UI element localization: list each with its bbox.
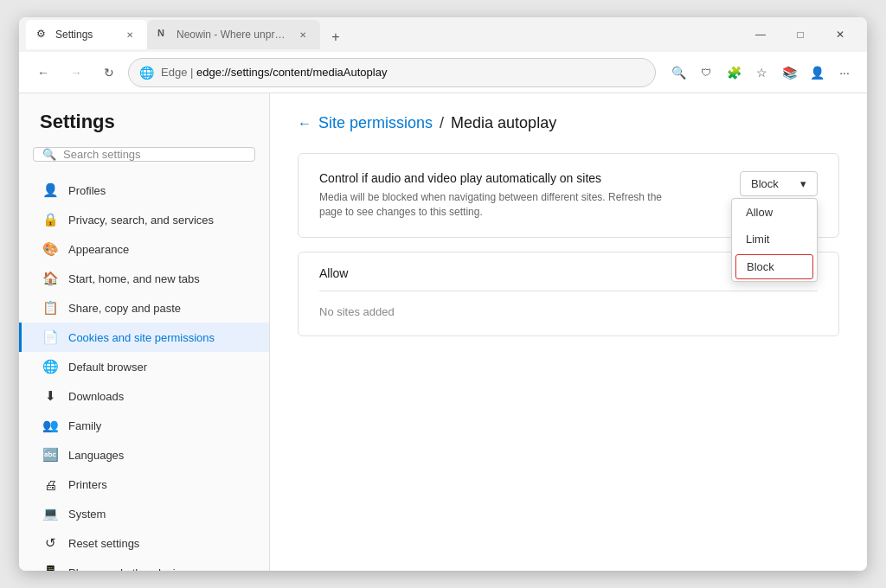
refresh-button[interactable]: ↻ bbox=[95, 59, 123, 86]
languages-icon: 🔤 bbox=[42, 447, 58, 463]
settings-card-description: Media will be blocked when navigating be… bbox=[319, 190, 683, 220]
reset-icon: ↺ bbox=[42, 535, 58, 551]
new-tab-button[interactable]: + bbox=[324, 25, 348, 49]
downloads-icon: ⬇ bbox=[42, 388, 58, 404]
tab-settings[interactable]: ⚙ Settings ✕ bbox=[26, 20, 147, 49]
no-sites-message: No sites added bbox=[319, 291, 818, 336]
search-icon: 🔍 bbox=[42, 148, 56, 161]
close-button[interactable]: ✕ bbox=[820, 20, 860, 49]
profile-icon[interactable]: 👤 bbox=[805, 61, 829, 85]
nav-bar: ← → ↻ 🌐 Edge | edge://settings/content/m… bbox=[19, 52, 867, 93]
sidebar-item-reset[interactable]: ↺ Reset settings bbox=[19, 528, 269, 558]
breadcrumb-current: Media autoplay bbox=[451, 114, 556, 132]
sidebar-item-downloads[interactable]: ⬇ Downloads bbox=[19, 381, 269, 411]
printers-label: Printers bbox=[68, 478, 107, 491]
family-label: Family bbox=[68, 419, 101, 432]
neowin-tab-close[interactable]: ✕ bbox=[296, 28, 310, 42]
appearance-icon: 🎨 bbox=[42, 241, 58, 257]
title-bar: ⚙ Settings ✕ N Neowin - Where unprofessi… bbox=[19, 17, 867, 52]
tab-neowin[interactable]: N Neowin - Where unprofessional ✕ bbox=[147, 20, 320, 49]
dropdown-option-limit[interactable]: Limit bbox=[732, 226, 817, 252]
sidebar-item-privacy[interactable]: 🔒 Privacy, search, and services bbox=[19, 205, 269, 234]
dropdown-selected-value: Block bbox=[751, 177, 779, 190]
back-button[interactable]: ← bbox=[29, 59, 57, 86]
start-home-icon: 🏠 bbox=[42, 271, 58, 286]
address-bar[interactable]: 🌐 Edge | edge://settings/content/mediaAu… bbox=[128, 58, 656, 87]
collections-icon[interactable]: 📚 bbox=[777, 61, 801, 85]
sidebar-item-languages[interactable]: 🔤 Languages bbox=[19, 440, 269, 470]
profiles-icon: 👤 bbox=[42, 182, 58, 198]
settings-tab-icon: ⚙ bbox=[36, 28, 50, 42]
search-placeholder: Search settings bbox=[63, 148, 246, 161]
cookies-label: Cookies and site permissions bbox=[68, 331, 215, 344]
settings-tab-close[interactable]: ✕ bbox=[123, 28, 137, 42]
autoplay-dropdown-button[interactable]: Block ▾ bbox=[740, 171, 818, 196]
allow-option-label: Allow bbox=[746, 206, 773, 219]
printers-icon: 🖨 bbox=[42, 476, 58, 492]
neowin-tab-icon: N bbox=[157, 28, 171, 42]
sidebar-item-profiles[interactable]: 👤 Profiles bbox=[19, 176, 269, 205]
main-content: ← Site permissions / Media autoplay Cont… bbox=[270, 93, 867, 571]
tab-bar: ⚙ Settings ✕ N Neowin - Where unprofessi… bbox=[26, 20, 737, 49]
privacy-label: Privacy, search, and services bbox=[68, 214, 214, 227]
languages-label: Languages bbox=[68, 449, 124, 462]
sidebar-item-appearance[interactable]: 🎨 Appearance bbox=[19, 234, 269, 264]
phone-icon: 📱 bbox=[42, 565, 58, 571]
limit-option-label: Limit bbox=[746, 233, 769, 246]
settings-tab-title: Settings bbox=[55, 29, 118, 41]
settings-more-icon[interactable]: ··· bbox=[832, 61, 857, 85]
url-prefix: Edge | bbox=[161, 66, 196, 79]
sidebar-item-default-browser[interactable]: 🌐 Default browser bbox=[19, 352, 269, 381]
share-copy-label: Share, copy and paste bbox=[68, 302, 181, 315]
sidebar-item-family[interactable]: 👥 Family bbox=[19, 411, 269, 440]
browser-window: ⚙ Settings ✕ N Neowin - Where unprofessi… bbox=[19, 17, 867, 571]
default-browser-label: Default browser bbox=[68, 361, 147, 374]
chevron-down-icon: ▾ bbox=[800, 177, 806, 190]
extensions-icon[interactable]: 🧩 bbox=[722, 61, 746, 85]
window-controls: — □ ✕ bbox=[741, 20, 860, 49]
sidebar-item-system[interactable]: 💻 System bbox=[19, 499, 269, 528]
phone-label: Phone and other devices bbox=[68, 566, 193, 572]
search-toolbar-icon[interactable]: 🔍 bbox=[666, 61, 690, 85]
breadcrumb-separator: / bbox=[440, 114, 444, 132]
sidebar: Settings 🔍 Search settings 👤 Profiles 🔒 … bbox=[19, 93, 270, 571]
settings-card-text: Control if audio and video play automati… bbox=[319, 171, 683, 220]
dropdown-option-allow[interactable]: Allow bbox=[732, 199, 817, 226]
cookies-icon: 📄 bbox=[42, 329, 58, 345]
dropdown-option-block[interactable]: Block bbox=[735, 254, 813, 279]
breadcrumb-back-arrow[interactable]: ← bbox=[298, 116, 311, 131]
downloads-label: Downloads bbox=[68, 390, 124, 403]
breadcrumb-parent-link[interactable]: Site permissions bbox=[318, 114, 433, 132]
url-path: edge://settings/content/mediaAutoplay bbox=[196, 66, 387, 79]
sidebar-item-share-copy[interactable]: 📋 Share, copy and paste bbox=[19, 293, 269, 323]
block-option-label: Block bbox=[747, 260, 774, 273]
default-browser-icon: 🌐 bbox=[42, 359, 58, 374]
family-icon: 👥 bbox=[42, 418, 58, 433]
breadcrumb: ← Site permissions / Media autoplay bbox=[298, 114, 839, 132]
system-label: System bbox=[68, 508, 106, 521]
settings-card-header: Control if audio and video play automati… bbox=[319, 171, 818, 220]
autoplay-dropdown-menu: Allow Limit Block bbox=[731, 198, 818, 282]
share-copy-icon: 📋 bbox=[42, 300, 58, 316]
forward-button[interactable]: → bbox=[62, 59, 90, 86]
autoplay-dropdown-wrapper: Block ▾ Allow Limit Block bbox=[740, 171, 818, 196]
sidebar-item-phone[interactable]: 📱 Phone and other devices bbox=[19, 558, 269, 571]
settings-card-autoplay: Control if audio and video play automati… bbox=[298, 153, 839, 238]
sidebar-item-printers[interactable]: 🖨 Printers bbox=[19, 470, 269, 499]
appearance-label: Appearance bbox=[68, 243, 129, 256]
minimize-button[interactable]: — bbox=[741, 20, 780, 49]
browser-content: Settings 🔍 Search settings 👤 Profiles 🔒 … bbox=[19, 93, 867, 571]
sidebar-search[interactable]: 🔍 Search settings bbox=[33, 147, 255, 162]
maximize-button[interactable]: □ bbox=[780, 20, 820, 49]
system-icon: 💻 bbox=[42, 506, 58, 521]
tracking-icon[interactable]: 🛡 bbox=[694, 61, 718, 85]
address-text: Edge | edge://settings/content/mediaAuto… bbox=[161, 66, 645, 79]
favorites-icon[interactable]: ☆ bbox=[749, 61, 774, 85]
privacy-icon: 🔒 bbox=[42, 212, 58, 227]
sidebar-title: Settings bbox=[19, 111, 269, 147]
edge-logo-icon: 🌐 bbox=[139, 66, 154, 80]
neowin-tab-title: Neowin - Where unprofessional bbox=[177, 29, 291, 41]
reset-label: Reset settings bbox=[68, 537, 139, 550]
sidebar-item-cookies[interactable]: 📄 Cookies and site permissions bbox=[19, 323, 269, 352]
sidebar-item-start-home[interactable]: 🏠 Start, home, and new tabs bbox=[19, 264, 269, 293]
